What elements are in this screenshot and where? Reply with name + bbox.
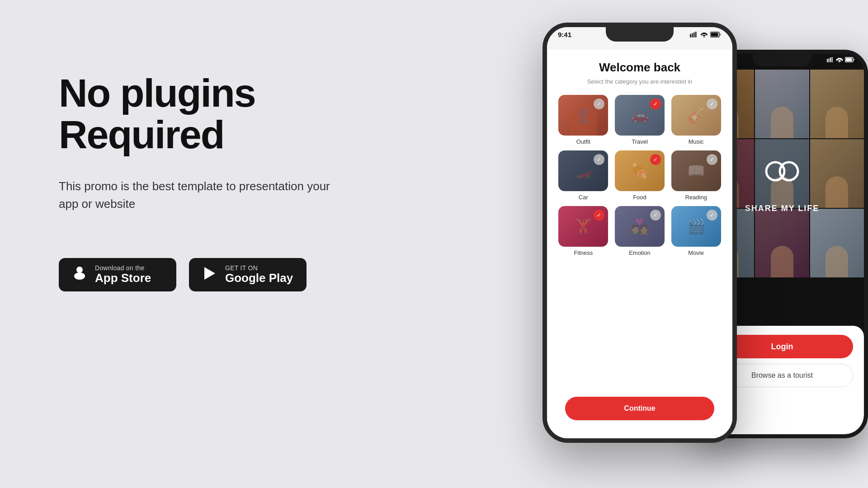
heading-line2: Required	[59, 112, 224, 157]
food-label: Food	[633, 194, 646, 201]
reading-check: ✓	[707, 154, 717, 165]
photo-cell-8	[755, 209, 809, 277]
category-outfit[interactable]: 👤 ✓ Outfit	[558, 95, 609, 145]
svg-point-19	[703, 37, 704, 38]
svg-rect-22	[720, 34, 721, 36]
phone-front-inner: 9:41 Welcome back Select the category yo…	[547, 27, 732, 438]
car-image: 🏎️ ✓	[558, 150, 608, 191]
app-store-text: Download on the App Store	[95, 264, 151, 285]
movie-check: ✓	[707, 210, 717, 221]
svg-marker-2	[204, 267, 215, 280]
svg-rect-10	[854, 59, 854, 61]
category-reading[interactable]: 📖 ✓ Reading	[670, 150, 722, 201]
phone-app-content: Welcome back Select the category you are…	[547, 50, 732, 438]
emotion-check: ✓	[650, 210, 661, 221]
emotion-label: Emotion	[629, 249, 651, 256]
travel-check: ✓	[650, 99, 661, 109]
svg-rect-18	[695, 32, 697, 38]
welcome-subtitle: Select the category you are interested i…	[556, 78, 723, 85]
svg-rect-3	[827, 59, 828, 62]
heading-line1: No plugins	[59, 70, 255, 115]
travel-label: Travel	[632, 138, 648, 145]
app-store-bottom-label: App Store	[95, 272, 151, 285]
movie-label: Movie	[688, 249, 704, 256]
svg-rect-4	[829, 58, 830, 62]
continue-button[interactable]: Continue	[565, 397, 714, 420]
category-car[interactable]: 🏎️ ✓ Car	[558, 150, 609, 201]
outfit-label: Outfit	[576, 138, 590, 145]
photo-cell-9	[810, 209, 864, 277]
google-play-bottom-label: Google Play	[225, 272, 293, 285]
reading-label: Reading	[685, 194, 707, 201]
svg-rect-15	[690, 34, 691, 38]
front-notch	[606, 27, 674, 42]
svg-point-0	[76, 267, 83, 273]
category-movie[interactable]: 🎬 ✓ Movie	[670, 206, 722, 256]
fitness-image: 🏋️ ✓	[558, 206, 608, 247]
back-notch	[753, 54, 811, 66]
main-heading: No plugins Required	[59, 72, 330, 156]
google-play-top-label: GET IT ON	[225, 264, 293, 272]
category-music[interactable]: 🎸 ✓ Music	[670, 95, 722, 145]
phone-front: 9:41 Welcome back Select the category yo…	[542, 23, 737, 443]
welcome-title: Welcome back	[556, 61, 723, 75]
travel-image: 🚗 ✓	[615, 95, 665, 136]
apple-icon	[71, 265, 88, 284]
svg-rect-9	[846, 58, 852, 61]
svg-rect-17	[693, 33, 695, 38]
svg-point-12	[780, 162, 798, 180]
play-icon	[202, 265, 218, 284]
food-image: 🍖 ✓	[615, 150, 665, 191]
svg-point-1	[74, 272, 85, 280]
back-status-icons	[827, 57, 855, 62]
category-food[interactable]: 🍖 ✓ Food	[614, 150, 665, 201]
category-fitness[interactable]: 🏋️ ✓ Fitness	[558, 206, 609, 256]
store-buttons: Download on the App Store GET IT ON Goog…	[59, 258, 330, 291]
svg-rect-21	[711, 33, 718, 37]
svg-rect-6	[832, 57, 833, 62]
outfit-image: 👤 ✓	[558, 95, 608, 136]
google-play-button[interactable]: GET IT ON Google Play	[189, 258, 307, 291]
status-time: 9:41	[558, 31, 571, 38]
google-play-text: GET IT ON Google Play	[225, 264, 293, 285]
movie-image: 🎬 ✓	[671, 206, 721, 247]
photo-cell-3	[810, 70, 864, 138]
food-check: ✓	[650, 154, 661, 165]
app-store-button[interactable]: Download on the App Store	[59, 258, 176, 291]
svg-rect-5	[830, 57, 831, 62]
svg-rect-16	[692, 33, 693, 38]
music-check: ✓	[707, 99, 717, 109]
emotion-image: 💑 ✓	[615, 206, 665, 247]
app-name-label: SHARE MY LIFE	[745, 204, 820, 213]
photo-cell-2	[755, 70, 809, 138]
svg-point-7	[839, 61, 840, 62]
category-grid: 👤 ✓ Outfit 🚗 ✓ Travel	[556, 95, 723, 256]
status-icons	[690, 32, 722, 38]
car-label: Car	[579, 194, 588, 201]
description-text: This promo is the best template to prese…	[59, 178, 330, 213]
phones-area: 1	[515, 0, 868, 488]
category-travel[interactable]: 🚗 ✓ Travel	[614, 95, 665, 145]
reading-image: 📖 ✓	[671, 150, 721, 191]
fitness-label: Fitness	[574, 249, 593, 256]
music-image: 🎸 ✓	[671, 95, 721, 136]
left-section: No plugins Required This promo is the be…	[59, 72, 330, 291]
category-emotion[interactable]: 💑 ✓ Emotion	[614, 206, 665, 256]
music-label: Music	[689, 138, 704, 145]
app-store-top-label: Download on the	[95, 264, 151, 272]
